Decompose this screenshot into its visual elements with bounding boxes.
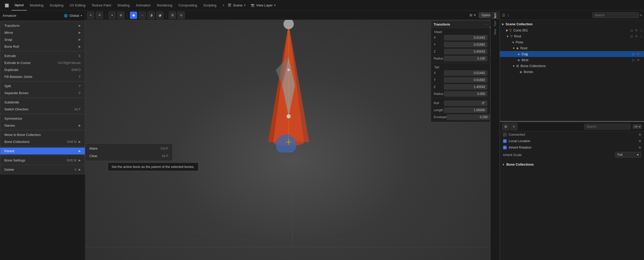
pose-label: Pose	[516, 40, 642, 44]
scene-label[interactable]: Scene	[233, 3, 242, 7]
tab-add[interactable]: +	[220, 0, 228, 11]
menu-item-snap[interactable]: Snap ▶	[0, 36, 85, 43]
mode-selector[interactable]: 🌐 Global ▾	[64, 14, 82, 18]
select-mode-btn[interactable]: ●	[108, 12, 116, 19]
menu-item-mirror[interactable]: Mirror ▶	[0, 29, 85, 36]
tab-scripting[interactable]: Scripting	[200, 0, 220, 11]
tree-item-bind[interactable]: ◈ Bind ▷ 👁	[500, 57, 644, 63]
tab-tool[interactable]: Tool	[491, 20, 499, 28]
menu-item-extrude-cursor[interactable]: Extrude to Cursor Ctrl Right Mouse	[0, 59, 85, 66]
tree-item-cog[interactable]: ◈ Cog ▷ 👁	[500, 51, 644, 57]
cone-label: Cone.001	[513, 28, 630, 32]
logo-icon[interactable]: ▦	[2, 0, 12, 11]
solid-shading-btn[interactable]: ◉	[130, 12, 137, 19]
prop-sort-icon[interactable]: ≡	[510, 123, 517, 130]
outliner-search-input[interactable]	[592, 12, 639, 18]
filter-icon[interactable]: ≡	[640, 13, 642, 17]
roll-input[interactable]	[444, 101, 487, 106]
menu-item-delete[interactable]: Delete X ▶	[0, 166, 85, 173]
tab-view[interactable]: View	[491, 28, 499, 36]
menu-item-transform[interactable]: Transform ▶	[0, 22, 85, 29]
local-location-checkbox[interactable]: ✓	[503, 139, 507, 143]
dropdown-arrow-icon: ▾	[637, 153, 639, 157]
head-radius-label: Radius	[434, 57, 444, 60]
viewport-tool-btn-2[interactable]: ✕	[96, 12, 103, 19]
tab-compositing[interactable]: Compositing	[175, 0, 200, 11]
wireframe-shading-btn[interactable]: ○	[139, 12, 146, 19]
close-btn[interactable]: ✕	[473, 13, 476, 17]
menu-item-fill-between[interactable]: Fill Between Joints F	[0, 73, 85, 80]
tail-x-input[interactable]	[444, 70, 487, 76]
menu-item-symmetrize[interactable]: Symmetrize	[0, 115, 85, 122]
tab-layout[interactable]: layout	[12, 0, 27, 11]
mode-label[interactable]: Global	[69, 14, 79, 18]
tab-shading[interactable]: Shading	[114, 0, 133, 11]
head-y-field: Y	[431, 41, 490, 48]
head-x-input[interactable]	[444, 35, 487, 40]
menu-item-bone-settings[interactable]: Bone Settings Shift W ▶	[0, 157, 85, 164]
armature-bar: Armature 🌐 Global ▾	[0, 11, 85, 21]
tree-item-bone-collections[interactable]: ▼ ⊞ Bone Collections	[500, 63, 644, 69]
scene-collection-header[interactable]: ▶ Scene Collection	[500, 21, 644, 27]
filter-select[interactable]: All	[633, 124, 642, 129]
length-field: Length	[431, 107, 490, 114]
tab-uv-editing[interactable]: UV Editing	[66, 0, 88, 11]
properties-section: ⊞ ≡ All □ Connected ✓ Local Location	[500, 122, 644, 260]
tab-modeling[interactable]: Modeling	[27, 0, 47, 11]
cursor-mode-btn[interactable]: ⊕	[117, 12, 124, 19]
tab-texture-paint[interactable]: Texture Paint	[88, 0, 114, 11]
menu-item-bone-roll[interactable]: Bone Roll ▶	[0, 43, 85, 50]
tab-rendering[interactable]: Rendering	[154, 0, 175, 11]
menu-item-parent[interactable]: Parent ▶	[0, 148, 85, 155]
tree-item-pose[interactable]: ♦ Pose	[500, 39, 644, 45]
tree-item-root-bone[interactable]: ▼ ◈ Root	[500, 45, 644, 51]
properties-search-input[interactable]	[584, 124, 631, 129]
menu-item-move-bone-collection[interactable]: Move to Bone Collection	[0, 131, 85, 138]
viewport-tool-btn-1[interactable]: ≡	[87, 12, 94, 19]
toolbar-divider	[106, 13, 106, 18]
prop-layout-icon[interactable]: ⊞	[502, 123, 509, 130]
rendered-shading-btn[interactable]: ◕	[156, 12, 163, 19]
filter-dropdown[interactable]: All	[633, 124, 642, 129]
menu-item-duplicate[interactable]: Duplicate Shift D	[0, 66, 85, 73]
tail-radius-field: Radius	[431, 91, 490, 98]
tail-y-label: Y	[434, 78, 444, 82]
cone-cursor-icon: ◎	[630, 29, 633, 32]
envelope-input[interactable]	[447, 115, 490, 120]
head-radius-input[interactable]	[444, 56, 487, 61]
menu-item-split[interactable]: Split Y	[0, 83, 85, 90]
roll-field: Roll	[431, 100, 490, 107]
tree-item-root-armature[interactable]: ▼ ▽ Root ◎ 👁 □	[500, 33, 644, 39]
arrow-icon: ▶	[79, 24, 81, 27]
view-layer-label[interactable]: View Layer	[256, 3, 273, 7]
tab-item[interactable]: Item	[491, 12, 499, 19]
menu-item-switch-direction[interactable]: Switch Direction Alt F	[0, 106, 85, 113]
menu-item-bone-collections[interactable]: Bone Collections Shift M ▶	[0, 138, 85, 145]
svg-point-22	[287, 69, 290, 71]
tail-z-input[interactable]	[444, 84, 487, 90]
inherit-rotation-checkbox[interactable]: ✓	[503, 146, 507, 149]
connected-checkbox[interactable]: □	[503, 133, 507, 136]
snap-btn[interactable]: ⊞	[169, 12, 176, 19]
toolbar-divider-3	[166, 13, 166, 18]
tail-radius-input[interactable]	[444, 91, 487, 96]
menu-item-extrude[interactable]: Extrude E	[0, 52, 85, 59]
proportional-btn[interactable]: ⊝	[178, 12, 185, 19]
bone-collections-header[interactable]: ▼ Bone Collections	[500, 161, 644, 168]
tree-item-bones[interactable]: ◈ Bones	[500, 69, 644, 75]
material-shading-btn[interactable]: ◑	[147, 12, 155, 19]
tab-animation[interactable]: Animation	[133, 0, 154, 11]
tab-sculpting[interactable]: Sculpting	[46, 0, 66, 11]
submenu-clear[interactable]: Clear Alt P	[85, 152, 172, 160]
head-z-input[interactable]	[444, 49, 487, 54]
tree-item-cone[interactable]: ▶ ▽ Cone.001 ◎ 👁 □	[500, 27, 644, 33]
menu-item-separate-bones[interactable]: Separate Bones P	[0, 90, 85, 96]
head-y-input[interactable]	[444, 42, 487, 47]
transform-menu-icon[interactable]: ⋯	[484, 23, 487, 26]
length-input[interactable]	[444, 108, 487, 113]
menu-item-subdivide[interactable]: Subdivide	[0, 99, 85, 106]
menu-item-names[interactable]: Names ▶	[0, 122, 85, 129]
tail-y-input[interactable]	[444, 77, 487, 83]
inherit-scale-dropdown[interactable]: Full ▾	[615, 152, 641, 158]
submenu-make[interactable]: Make Ctrl P	[85, 145, 172, 152]
